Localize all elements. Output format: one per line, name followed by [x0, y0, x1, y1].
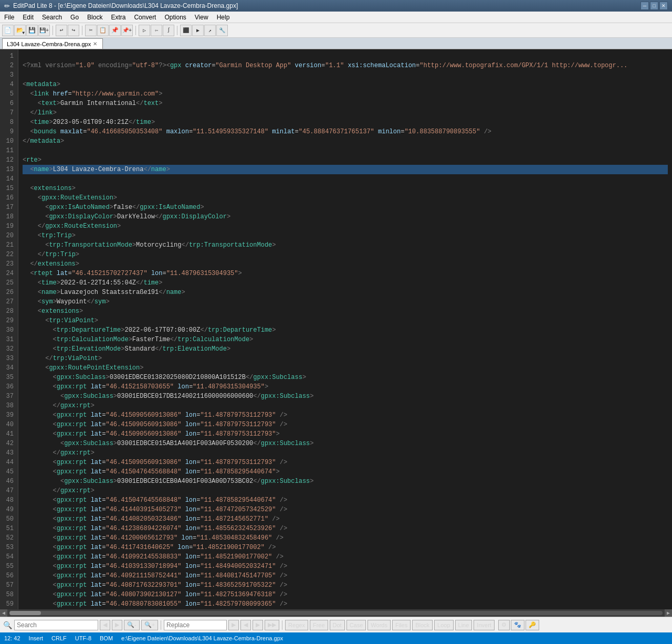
line-ending: CRLF: [51, 635, 67, 641]
menu-bar: File Edit Search Go Block Extra Convert …: [0, 12, 672, 23]
scroll-left-button[interactable]: ◀: [0, 609, 7, 617]
paste-special-button[interactable]: 📌+: [121, 25, 133, 36]
menu-edit[interactable]: Edit: [18, 12, 38, 23]
extra1-button[interactable]: ⬛: [180, 25, 192, 36]
toolbar-group-clipboard: ✂ 📋 📌 📌+: [85, 25, 133, 36]
title-bar-left: ✏ EditPad Lite 8 - [e:\Eigene Dateien\Do…: [4, 2, 238, 10]
menu-options[interactable]: Options: [160, 12, 190, 23]
search-next-button[interactable]: ▶: [112, 620, 122, 630]
code-content[interactable]: <?xml version="1.0" encoding="utf-8"?><g…: [18, 49, 672, 609]
toolbar-group-extra: ⬛ ▶ ↗ 🔧: [180, 25, 228, 36]
invert-button[interactable]: Invert: [474, 620, 495, 630]
toolbar-separator-2: [82, 26, 82, 35]
menu-file[interactable]: File: [0, 12, 18, 23]
replace-input[interactable]: [164, 620, 227, 630]
extra2-button[interactable]: ▶: [192, 25, 204, 36]
close-button[interactable]: ✕: [659, 2, 668, 10]
case-button[interactable]: Case: [346, 620, 366, 630]
extra-btn-3[interactable]: 🔑: [526, 620, 539, 630]
new-button[interactable]: 📄: [2, 25, 14, 36]
extra-btn-1[interactable]: ⚙: [498, 620, 510, 630]
toolbar-separator-4: [177, 26, 177, 35]
save-all-button[interactable]: 💾+: [38, 25, 50, 36]
status-bar: 12: 42 Insert CRLF UTF-8 BOM e:\Eigene D…: [0, 632, 672, 644]
scroll-right-button[interactable]: ▶: [665, 609, 672, 617]
replace-button[interactable]: ▶: [228, 620, 239, 630]
search-icon[interactable]: 🔍: [2, 620, 13, 630]
replace-all-button[interactable]: ▶▶: [265, 620, 279, 630]
free-button[interactable]: Free: [310, 620, 328, 630]
file-path: e:\Eigene Dateien\Downloads\L304 Lavaze-…: [121, 635, 283, 641]
menu-convert[interactable]: Convert: [130, 12, 160, 23]
editor-area: 12345 678910 1112131415 1617181920 21222…: [0, 49, 672, 617]
tab-close-button[interactable]: ✕: [93, 41, 97, 47]
encoding: UTF-8: [75, 635, 91, 641]
wordwrap-button[interactable]: ⇦: [151, 25, 162, 36]
line-button[interactable]: Line: [455, 620, 472, 630]
scroll-track[interactable]: [9, 611, 663, 615]
app-icon: ✏: [4, 2, 10, 10]
search-separator-2: [282, 620, 282, 630]
extra-search-buttons: ⚙ 🐾 🔑: [498, 620, 539, 630]
toolbar-separator-3: [135, 26, 136, 35]
menu-search[interactable]: Search: [38, 12, 66, 23]
minimize-button[interactable]: ─: [640, 2, 649, 10]
toolbar: 📄 📂▼ 💾 💾+ ↩ ↪ ✂ 📋 📌 📌+ ▷ ⇦ ∫ ⬛ ▶ ↗ 🔧: [0, 23, 672, 38]
loop-button[interactable]: Loop: [434, 620, 453, 630]
line-numbers: 12345 678910 1112131415 1617181920 21222…: [0, 49, 18, 609]
tab-gpx[interactable]: L304 Lavaze-Cembra-Drena.gpx ✕: [2, 38, 103, 49]
menu-help[interactable]: Help: [213, 12, 234, 23]
search-prev-button[interactable]: ◀: [100, 620, 110, 630]
maximize-button[interactable]: □: [650, 2, 658, 10]
menu-block[interactable]: Block: [83, 12, 107, 23]
search-bar: 🔍 ◀ ▶ 🔍- 🔍+ ▶ ◀ ▶ ▶▶ Regex Free Dot Case…: [0, 617, 672, 632]
cursor-position: 12: 42: [4, 635, 20, 641]
code-container: 12345 678910 1112131415 1617181920 21222…: [0, 49, 672, 609]
redo-button[interactable]: ↪: [68, 25, 79, 36]
paste-button[interactable]: 📌: [109, 25, 121, 36]
extra4-button[interactable]: 🔧: [216, 25, 228, 36]
undo-button[interactable]: ↩: [56, 25, 67, 36]
words-button[interactable]: Words: [368, 620, 391, 630]
toolbar-group-file: 📄 📂▼ 💾 💾+: [2, 25, 50, 36]
toolbar-group-edit: ↩ ↪: [56, 25, 79, 36]
scroll-thumb[interactable]: [9, 611, 41, 615]
menu-view[interactable]: View: [191, 12, 213, 23]
menu-go[interactable]: Go: [66, 12, 83, 23]
save-button[interactable]: 💾: [26, 25, 38, 36]
dot-button[interactable]: Dot: [330, 620, 345, 630]
insert-mode: Insert: [29, 635, 44, 641]
files-button[interactable]: Files: [392, 620, 411, 630]
replace-prev-button[interactable]: ◀: [240, 620, 251, 630]
format-button[interactable]: ∫: [163, 25, 174, 36]
cut-button[interactable]: ✂: [85, 25, 97, 36]
horizontal-scrollbar[interactable]: ◀ ▶: [0, 609, 672, 617]
search-zoom-in-button[interactable]: 🔍+: [141, 620, 158, 630]
extra3-button[interactable]: ↗: [204, 25, 216, 36]
search-input[interactable]: [14, 620, 98, 630]
window-title: EditPad Lite 8 - [e:\Eigene Dateien\Down…: [13, 2, 238, 9]
indent-button[interactable]: ▷: [139, 25, 150, 36]
toolbar-separator-1: [52, 26, 53, 35]
regex-button[interactable]: Regex: [285, 620, 308, 630]
search-separator-1: [161, 620, 161, 630]
menu-extra[interactable]: Extra: [107, 12, 130, 23]
title-bar-controls[interactable]: ─ □ ✕: [640, 2, 668, 10]
toolbar-group-misc: ▷ ⇦ ∫: [139, 25, 174, 36]
search-zoom-out-button[interactable]: 🔍-: [124, 620, 140, 630]
bom: BOM: [100, 635, 113, 641]
extra-btn-2[interactable]: 🐾: [511, 620, 524, 630]
block-search-button[interactable]: Block: [412, 620, 433, 630]
replace-next-button[interactable]: ▶: [253, 620, 263, 630]
open-button[interactable]: 📂▼: [14, 25, 26, 36]
copy-button[interactable]: 📋: [97, 25, 109, 36]
title-bar: ✏ EditPad Lite 8 - [e:\Eigene Dateien\Do…: [0, 0, 672, 12]
tab-label: L304 Lavaze-Cembra-Drena.gpx: [7, 41, 91, 47]
tab-bar: L304 Lavaze-Cembra-Drena.gpx ✕: [0, 38, 672, 49]
